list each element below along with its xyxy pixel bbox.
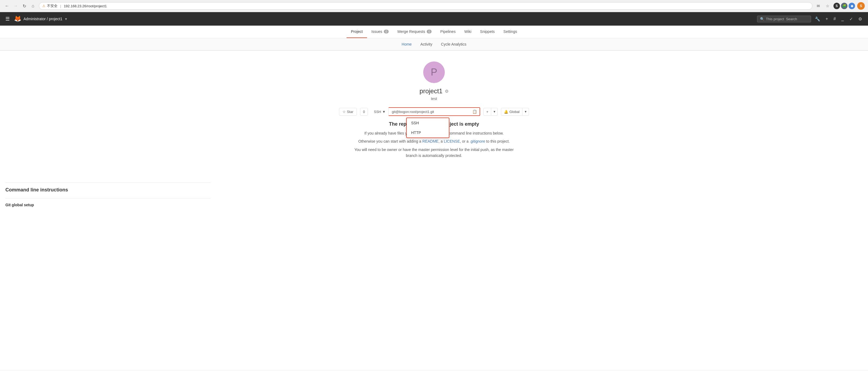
star-page-button[interactable]: ☆ bbox=[824, 2, 831, 10]
clone-option-ssh[interactable]: SSH bbox=[407, 118, 449, 128]
project-settings-gear-icon[interactable]: ⚙ bbox=[445, 89, 448, 94]
merge-button[interactable]: ⎯ bbox=[840, 15, 846, 23]
plus-icon: + bbox=[486, 110, 489, 114]
star-button[interactable]: ☆ Star bbox=[339, 108, 357, 116]
subnav-activity[interactable]: Activity bbox=[419, 40, 433, 48]
bell-icon: 🔔 bbox=[504, 110, 508, 114]
browser-nav-buttons: ← → ↻ ⌂ bbox=[3, 2, 37, 10]
empty-line2-suffix: to this project. bbox=[485, 139, 509, 143]
subnav-home[interactable]: Home bbox=[401, 40, 413, 48]
merge-requests-badge: 0 bbox=[427, 30, 432, 33]
notification-chevron-icon: ▼ bbox=[524, 110, 527, 113]
plus-chevron-icon: ▼ bbox=[493, 110, 496, 113]
notification-button[interactable]: 🔔 Global bbox=[501, 108, 523, 116]
tab-wiki[interactable]: Wiki bbox=[460, 26, 475, 38]
clone-dropdown: SSH HTTP bbox=[406, 117, 450, 138]
project-nav: Project Issues 0 Merge Requests 0 Pipeli… bbox=[0, 26, 868, 38]
clone-selector-wrapper: SSH ▼ 📋 SSH HTTP bbox=[371, 107, 480, 116]
plus-add-button[interactable]: + bbox=[484, 108, 492, 116]
sub-nav-inner: Home Activity Cycle Analytics bbox=[401, 40, 467, 48]
user-avatar[interactable]: S bbox=[857, 2, 865, 10]
tab-issues-label: Issues bbox=[371, 29, 382, 34]
clone-type-chevron-icon: ▼ bbox=[382, 110, 386, 114]
check-button[interactable]: ✓ bbox=[848, 15, 855, 23]
readme-link[interactable]: README bbox=[423, 139, 439, 143]
forward-button[interactable]: → bbox=[12, 2, 20, 10]
reload-button[interactable]: ↻ bbox=[21, 2, 28, 10]
clone-type-label: SSH bbox=[374, 110, 381, 114]
breadcrumb-dropdown-icon: ▾ bbox=[65, 17, 67, 21]
license-link[interactable]: LICENSE bbox=[444, 139, 460, 143]
ext-icon-2[interactable]: 🧩 bbox=[841, 3, 847, 9]
star-count: 0 bbox=[360, 108, 368, 116]
breadcrumb-text: Administrator / project1 bbox=[24, 17, 62, 21]
tab-snippets[interactable]: Snippets bbox=[476, 26, 499, 38]
subnav-cycle-analytics-label: Cycle Analytics bbox=[441, 42, 466, 46]
empty-line2-mid1: , a bbox=[439, 139, 444, 143]
browser-actions: ✉ ☆ bbox=[814, 2, 831, 10]
project-nav-inner: Project Issues 0 Merge Requests 0 Pipeli… bbox=[346, 26, 521, 38]
home-button[interactable]: ⌂ bbox=[29, 2, 37, 10]
ext-icon-1[interactable]: S bbox=[833, 3, 840, 9]
tab-project[interactable]: Project bbox=[346, 26, 367, 38]
hash-button[interactable]: # bbox=[832, 15, 837, 23]
tab-settings-label: Settings bbox=[503, 29, 517, 34]
subnav-home-label: Home bbox=[402, 42, 412, 46]
search-icon: 🔍 bbox=[760, 17, 764, 21]
empty-repo-line2: Otherwise you can start with adding a RE… bbox=[353, 138, 515, 144]
gitlab-logo[interactable]: 🦊 Administrator / project1 ▾ bbox=[14, 15, 67, 22]
plus-dropdown-button[interactable]: ▼ bbox=[491, 108, 498, 116]
subnav-cycle-analytics[interactable]: Cycle Analytics bbox=[440, 40, 467, 48]
ext-icon-3[interactable]: ◆ bbox=[848, 3, 855, 9]
copy-icon: 📋 bbox=[472, 109, 477, 114]
tab-issues[interactable]: Issues 0 bbox=[367, 26, 393, 38]
copy-button[interactable]: 📋 bbox=[470, 107, 480, 116]
bookmark-button[interactable]: ✉ bbox=[814, 2, 822, 10]
project-description: test bbox=[431, 97, 437, 101]
security-icon: ⚠ bbox=[42, 4, 45, 8]
git-global-title: Git global setup bbox=[5, 203, 211, 207]
wrench-button[interactable]: 🔧 bbox=[813, 15, 822, 23]
search-input[interactable] bbox=[766, 17, 808, 21]
clone-area: ☆ Star 0 SSH ▼ 📋 SSH HTTP bbox=[339, 107, 529, 116]
tab-merge-requests-label: Merge Requests bbox=[397, 29, 425, 34]
command-section-title: Command line instructions bbox=[5, 187, 211, 193]
separator: | bbox=[60, 4, 61, 8]
tab-wiki-label: Wiki bbox=[464, 29, 471, 34]
star-label: Star bbox=[347, 110, 353, 114]
browser-toolbar: ← → ↻ ⌂ ⚠ 不安全 | 192.168.23.26/root/proje… bbox=[0, 0, 868, 12]
tab-merge-requests[interactable]: Merge Requests 0 bbox=[393, 26, 436, 38]
empty-line2-prefix: Otherwise you can start with adding a bbox=[358, 139, 422, 143]
search-box[interactable]: 🔍 bbox=[757, 15, 811, 22]
clone-type-button[interactable]: SSH ▼ bbox=[371, 107, 389, 116]
settings-button[interactable]: ⚙ bbox=[857, 15, 864, 23]
clone-option-http[interactable]: HTTP bbox=[407, 128, 449, 137]
extension-icons: S 🧩 ◆ bbox=[833, 3, 855, 9]
notification-dropdown-button[interactable]: ▼ bbox=[523, 108, 529, 116]
project-title: project1 ⚙ bbox=[420, 87, 448, 95]
project-avatar: P bbox=[423, 62, 445, 83]
plus-group: + ▼ bbox=[484, 108, 498, 116]
hamburger-button[interactable]: ☰ bbox=[4, 15, 11, 23]
tab-pipelines[interactable]: Pipelines bbox=[436, 26, 460, 38]
star-icon: ☆ bbox=[342, 110, 346, 114]
command-divider bbox=[5, 182, 211, 183]
top-nav-right: 🔍 🔧 + # ⎯ ✓ ⚙ bbox=[757, 15, 864, 23]
gitignore-link[interactable]: .gitignore bbox=[470, 139, 485, 143]
back-button[interactable]: ← bbox=[3, 2, 11, 10]
issues-badge: 0 bbox=[384, 30, 389, 33]
notification-group: 🔔 Global ▼ bbox=[501, 108, 529, 116]
browser-chrome: ← → ↻ ⌂ ⚠ 不安全 | 192.168.23.26/root/proje… bbox=[0, 0, 868, 12]
tab-pipelines-label: Pipelines bbox=[440, 29, 456, 34]
project-name: project1 bbox=[420, 87, 442, 95]
sub-nav: Home Activity Cycle Analytics bbox=[0, 38, 868, 50]
clone-url-input[interactable] bbox=[389, 107, 470, 116]
project-avatar-letter: P bbox=[431, 67, 437, 78]
top-nav: ☰ 🦊 Administrator / project1 ▾ 🔍 🔧 + # ⎯… bbox=[0, 12, 868, 26]
address-bar[interactable]: ⚠ 不安全 | 192.168.23.26/root/project1 bbox=[39, 2, 812, 10]
subnav-activity-label: Activity bbox=[420, 42, 432, 46]
tab-settings[interactable]: Settings bbox=[499, 26, 522, 38]
plus-button[interactable]: + bbox=[824, 15, 830, 23]
url-text: 192.168.23.26/root/project1 bbox=[64, 4, 106, 8]
empty-repo-line3: You will need to be owner or have the ma… bbox=[353, 147, 515, 159]
